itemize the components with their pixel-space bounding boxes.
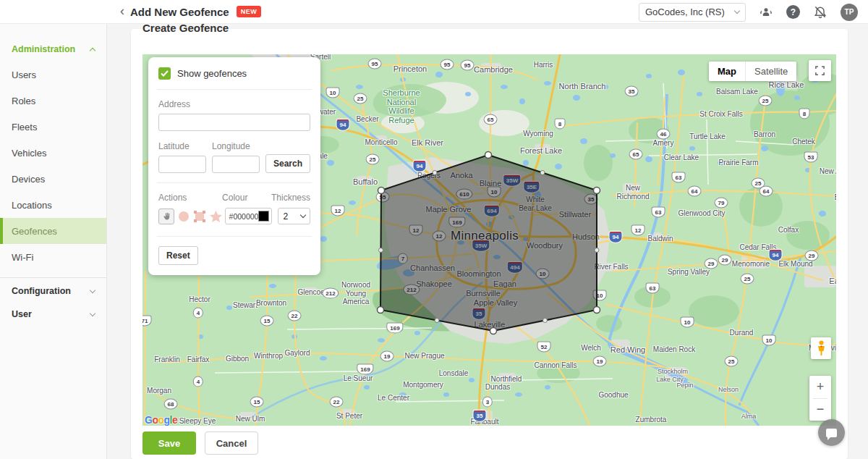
chevron-down-icon	[90, 287, 95, 292]
sidebar-section-administration[interactable]: Administration	[0, 37, 106, 62]
chat-bubble-button[interactable]	[818, 419, 845, 446]
geofence-vertex-handle[interactable]	[485, 152, 492, 159]
notifications-off-icon[interactable]	[812, 4, 828, 20]
reset-button[interactable]: Reset	[158, 246, 198, 265]
sidebar-item[interactable]: Devices	[0, 166, 106, 192]
sidebar-item[interactable]: Users	[0, 62, 106, 88]
sidebar-item[interactable]: Geofences	[0, 218, 106, 244]
chevron-down-icon	[734, 8, 740, 14]
company-select-value: GoCodes, Inc (RS)	[645, 7, 725, 17]
search-button[interactable]: Search	[265, 154, 310, 173]
colour-swatch[interactable]	[258, 211, 269, 222]
show-geofences-toggle[interactable]: Show geofences	[158, 67, 310, 80]
avatar[interactable]: TP	[841, 4, 858, 21]
page-title: Add New Geofence	[130, 6, 229, 18]
actions-label: Actions	[158, 193, 222, 203]
show-geofences-label: Show geofences	[177, 68, 247, 79]
save-button[interactable]: Save	[142, 431, 196, 455]
sidebar-item[interactable]: Roles	[0, 88, 106, 114]
longitude-input[interactable]	[212, 156, 260, 173]
sidebar-item[interactable]: Wi-Fi	[0, 244, 106, 270]
sidebar-item[interactable]: Fleets	[0, 114, 106, 140]
cancel-button[interactable]: Cancel	[205, 431, 258, 455]
geofence-midpoint-handle[interactable]	[540, 171, 545, 175]
street-view-pegman[interactable]	[811, 337, 831, 359]
chevron-down-icon	[90, 310, 95, 316]
help-icon[interactable]: ?	[786, 5, 800, 19]
colour-label: Colour	[222, 193, 271, 203]
circle-tool[interactable]	[177, 210, 190, 223]
map-type-toggle: Map Satellite	[709, 62, 796, 81]
google-logo-letter: e	[172, 414, 177, 426]
polygon-tool[interactable]	[209, 210, 222, 223]
map-canvas[interactable]: SartellPrincetonCambridgeHarrisNorth Bra…	[142, 54, 836, 426]
support-icon[interactable]	[758, 4, 774, 20]
sidebar-item[interactable]: Vehicles	[0, 140, 106, 166]
back-chevron-icon[interactable]: ‹	[120, 4, 124, 19]
geofence-midpoint-handle[interactable]	[433, 171, 437, 175]
longitude-label: Longitude	[212, 141, 260, 151]
top-bar: ‹ Add New Geofence NEW GoCodes, Inc (RS)…	[0, 0, 868, 24]
fullscreen-button[interactable]	[809, 60, 831, 81]
geofence-vertex-handle[interactable]	[594, 188, 600, 194]
colour-field[interactable]: #000000	[225, 208, 273, 224]
google-logo-letter: g	[164, 414, 170, 426]
geofence-vertex-handle[interactable]	[378, 188, 385, 194]
google-logo-letter: o	[158, 414, 163, 426]
zoom-out-button[interactable]: −	[809, 399, 831, 421]
geofence-midpoint-handle[interactable]	[435, 319, 439, 323]
sidebar: Administration UsersRolesFleetsVehiclesD…	[0, 24, 107, 459]
chevron-up-icon	[90, 47, 95, 53]
sidebar-section-configuration[interactable]: Configuration	[0, 279, 106, 303]
sidebar-section-user[interactable]: User	[0, 303, 106, 326]
new-badge: NEW	[237, 6, 262, 17]
address-label: Address	[158, 99, 310, 109]
google-logo-letter: G	[145, 414, 152, 426]
map-type-map-button[interactable]: Map	[709, 62, 745, 81]
google-logo: Google	[145, 414, 177, 426]
company-select[interactable]: GoCodes, Inc (RS)	[639, 3, 746, 22]
geofence-vertex-handle[interactable]	[490, 328, 497, 334]
rectangle-tool[interactable]	[193, 210, 206, 223]
zoom-controls: + −	[809, 376, 831, 421]
address-input[interactable]	[158, 114, 310, 131]
checkbox-checked-icon[interactable]	[158, 67, 171, 80]
geofence-midpoint-handle[interactable]	[543, 319, 548, 323]
geofence-midpoint-handle[interactable]	[595, 248, 599, 253]
map-type-satellite-button[interactable]: Satellite	[745, 62, 796, 81]
colour-value: #000000	[229, 212, 259, 221]
geofence-panel: Show geofences Address Latitude Longitud…	[148, 57, 320, 275]
geofence-vertex-handle[interactable]	[378, 307, 384, 313]
geofence-vertex-handle[interactable]	[594, 307, 600, 313]
latitude-input[interactable]	[158, 156, 206, 173]
chat-icon	[826, 429, 837, 437]
thickness-value: 2	[283, 211, 288, 222]
thickness-select[interactable]: 2	[278, 208, 310, 224]
sidebar-items: UsersRolesFleetsVehiclesDevicesLocations…	[0, 62, 106, 270]
sidebar-divider	[0, 277, 106, 278]
geofence-polygon[interactable]	[380, 155, 597, 331]
zoom-in-button[interactable]: +	[809, 376, 831, 398]
chevron-down-icon	[300, 212, 306, 218]
latitude-label: Latitude	[158, 141, 206, 151]
geofence-midpoint-handle[interactable]	[379, 248, 383, 253]
sidebar-item[interactable]: Locations	[0, 192, 106, 218]
drag-hand-tool[interactable]	[158, 209, 174, 224]
thickness-label: Thickness	[271, 193, 310, 203]
create-geofence-card: SartellPrincetonCambridgeHarrisNorth Bra…	[131, 29, 848, 459]
